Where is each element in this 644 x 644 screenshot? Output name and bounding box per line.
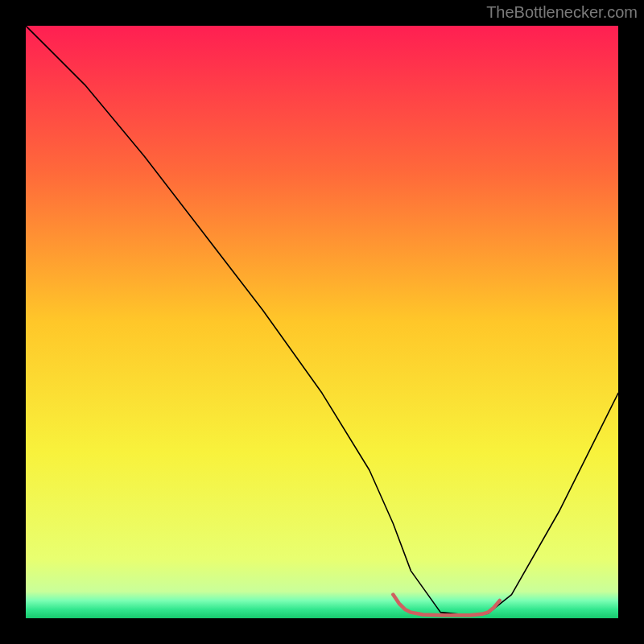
chart-svg [26, 26, 618, 618]
chart-background [26, 26, 618, 618]
watermark-text: TheBottlenecker.com [486, 3, 638, 22]
chart-plot-area [26, 26, 618, 618]
